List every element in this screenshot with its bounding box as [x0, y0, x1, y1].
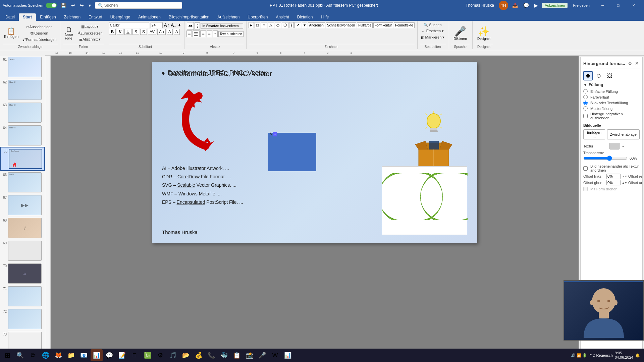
taskbar-notes-btn[interactable]: 🗒	[129, 349, 141, 361]
slide-item-64[interactable]: 64 Slide 64	[0, 124, 45, 147]
italic-btn[interactable]: K	[117, 29, 123, 35]
align-right-btn[interactable]: ≡	[200, 31, 206, 37]
comment-icon[interactable]: 💬	[522, 2, 530, 9]
suchen-btn[interactable]: 🔍 Suchen	[422, 22, 443, 27]
taskbar-explorer-btn[interactable]: 📂	[180, 349, 192, 361]
offset-links-input[interactable]	[606, 174, 621, 179]
slide-item-66[interactable]: 66 Slide 66	[0, 171, 45, 194]
taskbar-word-btn[interactable]: W	[269, 349, 281, 361]
formeffekte-btn[interactable]: Formeffekte	[394, 22, 414, 28]
shape-1[interactable]: ▸	[249, 22, 254, 28]
offset-links-spinner[interactable]: ▲▼	[622, 175, 627, 178]
abschnitt-btn[interactable]: ☰ Abschnitt ▾	[76, 37, 104, 42]
aufzeichnen-btn[interactable]: Aufzeichnen	[542, 3, 568, 8]
tab-entwurf[interactable]: Entwurf	[85, 13, 106, 21]
tab-uebergaenge[interactable]: Übergänge	[106, 13, 134, 21]
transparency-slider[interactable]	[583, 156, 628, 161]
autosave-switch[interactable]	[46, 3, 57, 8]
taskbar-firefox-btn[interactable]: 🦊	[52, 349, 64, 361]
image-tab-icon[interactable]: 🖼	[605, 71, 614, 80]
clear-format-icon[interactable]: ✦	[177, 22, 181, 28]
taskbar-edge-btn[interactable]: 🌐	[40, 349, 52, 361]
shape-7[interactable]: }	[289, 22, 294, 28]
einfuegen-btn[interactable]: 📋 Einfügen	[3, 27, 20, 39]
fill-section-header[interactable]: ▼ Füllung	[583, 82, 640, 87]
taskbar-docker-btn[interactable]: 🐳	[218, 349, 230, 361]
tab-hilfe[interactable]: Hilfe	[317, 13, 333, 21]
start-btn[interactable]: ⊞	[1, 349, 13, 361]
shape-8[interactable]: ↗	[294, 22, 301, 28]
zuruecksetzen-btn[interactable]: ↺ Zurücksetzen	[76, 30, 104, 36]
format-uebertragen-btn[interactable]: 🖌 Format übertragen	[21, 37, 58, 42]
slide-item-72[interactable]: 72	[0, 308, 45, 330]
ersetzen-btn[interactable]: ↔ Ersetzen ▾	[420, 28, 445, 34]
align-left-btn[interactable]: ≡	[186, 31, 192, 37]
maximize-btn[interactable]: □	[610, 0, 626, 11]
fill-radio-einfach[interactable]	[583, 89, 588, 94]
slide-item-62[interactable]: 62 Slide 62	[0, 78, 45, 101]
formkontur-btn[interactable]: Formkontur	[373, 22, 393, 28]
kopieren-btn[interactable]: ⧉ Kopieren	[21, 31, 58, 36]
slide-item-67[interactable]: 67 ▶▶	[0, 194, 45, 217]
justify-btn[interactable]: ≡	[207, 31, 212, 37]
markieren-btn[interactable]: ◧ Markieren ▾	[420, 35, 446, 40]
slide-item-71[interactable]: 71	[0, 285, 45, 308]
tab-ansicht[interactable]: Ansicht	[272, 13, 293, 21]
einfuegen-btn[interactable]: Einfügen ...	[583, 129, 605, 139]
taskbar-mic-btn[interactable]: 🎤	[256, 349, 268, 361]
fill-tab-icon[interactable]: ⬟	[583, 71, 593, 80]
tab-ueberpruefen[interactable]: Überprüfen	[244, 13, 272, 21]
panel-settings-icon[interactable]: ⚙	[627, 60, 633, 67]
ausschneiden-btn[interactable]: ✂ Ausschneiden	[21, 24, 58, 30]
shape-tab-icon[interactable]: ⬡	[594, 71, 603, 80]
columns-btn[interactable]: ⫶	[195, 22, 200, 30]
textur-dropdown-icon[interactable]: ▾	[622, 144, 624, 148]
designer-btn[interactable]: ✨ Designer	[475, 24, 493, 42]
redo-icon[interactable]: ↪	[78, 2, 85, 9]
shape-5[interactable]: ◇	[275, 22, 281, 28]
autosave-toggle[interactable]: Automatisches Speichern	[3, 3, 57, 8]
taskbar-folder-btn[interactable]: 📁	[65, 349, 77, 361]
tab-start[interactable]: Start	[19, 13, 36, 21]
fill-option-farbverlauf[interactable]: Farbverlauf	[583, 95, 640, 99]
shape-6[interactable]: ⬡	[282, 22, 288, 28]
tab-datei[interactable]: Datei	[1, 13, 19, 21]
slide-item-68[interactable]: 68 𝑓	[0, 217, 45, 239]
offset-oben-spinner[interactable]: ▲▼	[622, 181, 627, 184]
font-spacing-btn[interactable]: AV	[148, 29, 156, 35]
mit-form-drehen-row[interactable]: Mit Form drehen	[583, 187, 640, 191]
tab-aufzeichnen[interactable]: Aufzeichnen	[213, 13, 244, 21]
shadow-btn[interactable]: S	[140, 29, 147, 35]
search-input[interactable]	[104, 3, 179, 8]
fuellfarbe-btn[interactable]: Füllfarbe	[357, 22, 373, 28]
neue-folie-btn[interactable]: 🗋 NeueFolie	[63, 25, 75, 41]
taskbar-phone-btn[interactable]: 📞	[205, 349, 217, 361]
taskbar-ppt-btn[interactable]: 📊	[91, 349, 103, 361]
taskbar-teams-btn[interactable]: 💬	[103, 349, 115, 361]
tab-zeichnen[interactable]: Zeichnen	[60, 13, 85, 21]
fill-checkbox-hintergrund[interactable]	[583, 114, 588, 118]
notification-btn[interactable]: 🔔	[635, 353, 640, 358]
shape-4[interactable]: △	[268, 22, 274, 28]
share-icon[interactable]: 📤	[511, 2, 519, 9]
save-icon[interactable]: 💾	[59, 2, 68, 9]
fill-option-muster[interactable]: Musterfüllung	[583, 106, 640, 111]
bild-nebeneinander-checkbox[interactable]	[583, 166, 588, 171]
bold-btn[interactable]: B	[109, 29, 116, 35]
slide-item-61[interactable]: 61 Slide 61	[0, 56, 45, 78]
taskbar-onenote-btn[interactable]: 📝	[116, 349, 128, 361]
taskbar-task-view-btn[interactable]: ⧉	[27, 349, 39, 361]
tab-dictation[interactable]: Dictation	[293, 13, 317, 21]
diktieren-btn[interactable]: 🎤 Diktieren	[451, 24, 470, 42]
slide-canvas[interactable]: Dateiformate JPEG, PNG, Vector •Dateifor…	[152, 62, 477, 243]
taskbar-chart-btn[interactable]: 📊	[282, 349, 294, 361]
line-spacing-btn[interactable]: ↕	[213, 31, 218, 37]
undo-icon[interactable]: ↩	[70, 2, 76, 9]
taskbar-money-btn[interactable]: 💰	[193, 349, 205, 361]
decrease-font-icon[interactable]: A↓	[171, 22, 176, 28]
panel-close-icon[interactable]: ✕	[634, 60, 640, 67]
freigeben-btn[interactable]: Freigeben	[570, 3, 592, 8]
layout-btn[interactable]: ▦ Layout ▾	[76, 24, 104, 29]
increase-font-icon[interactable]: A↑	[164, 22, 169, 28]
fill-option-bild[interactable]: Bild- oder Texturfüllung	[583, 101, 640, 105]
